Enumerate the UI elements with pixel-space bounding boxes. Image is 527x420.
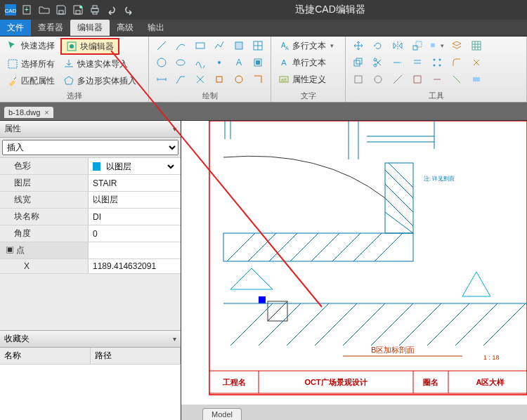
region-tool-icon[interactable]	[230, 38, 247, 53]
prop-row-angle[interactable]: 角度0	[0, 225, 181, 242]
stext-label: 单行文本	[292, 57, 326, 69]
model-tab[interactable]: Model	[202, 408, 242, 420]
layers-tool-icon[interactable]	[448, 38, 465, 53]
prop-row-color[interactable]: 色彩 以图层	[0, 158, 181, 175]
ellipse-tool-icon[interactable]	[173, 55, 190, 70]
circle-tool-icon[interactable]	[153, 55, 170, 70]
rotate-tool-icon[interactable]	[370, 38, 386, 53]
stext-icon: A	[278, 57, 289, 68]
svg-line-60	[389, 163, 413, 188]
line-tool-icon[interactable]	[153, 38, 170, 53]
poly-insert-button[interactable]: 多边形实体插入	[60, 73, 139, 88]
prop-row-lineweight[interactable]: 线宽以图层	[0, 192, 181, 209]
svg-rect-36	[354, 60, 360, 66]
insert-combo[interactable]: 插入	[0, 138, 181, 157]
t6-icon[interactable]	[448, 72, 465, 87]
saveas-icon[interactable]	[70, 2, 86, 18]
t4-icon[interactable]	[409, 72, 426, 87]
move-tool-icon[interactable]	[350, 38, 367, 53]
svg-line-62	[227, 233, 255, 261]
t5-icon[interactable]	[429, 72, 445, 87]
dropdown-tool-icon[interactable]: ▾	[429, 38, 445, 53]
quick-import-label: 快速实体导入	[77, 58, 128, 70]
titleblock-right-val: A区大样	[476, 378, 505, 386]
scale-tool-icon[interactable]	[409, 38, 426, 53]
text-tool-icon[interactable]: A	[230, 55, 247, 70]
array-tool-icon[interactable]	[429, 55, 445, 70]
svg-line-73	[268, 301, 287, 321]
tab-advanced[interactable]: 高级	[110, 20, 141, 36]
favorites-header[interactable]: 收藏夹▾	[0, 330, 181, 348]
select-all-button[interactable]: 选择所有	[4, 56, 58, 72]
chevron-down-icon[interactable]: ▾	[173, 335, 176, 343]
trim-tool-icon[interactable]	[370, 55, 386, 70]
tab-output[interactable]: 输出	[141, 20, 171, 36]
prop-row-blockname[interactable]: 块名称DI	[0, 209, 181, 225]
tab-editor[interactable]: 编辑器	[70, 20, 110, 36]
section-label: B区加标剖面	[371, 346, 415, 354]
tab-viewer[interactable]: 查看器	[31, 20, 70, 36]
menubar: 文件 查看器 编辑器 高级 输出	[0, 20, 527, 37]
file-tab[interactable]: b-18.dwg ×	[4, 107, 53, 118]
leader-tool-icon[interactable]	[173, 72, 190, 87]
polyline-tool-icon[interactable]	[212, 38, 228, 53]
spline-tool-icon[interactable]	[192, 55, 209, 70]
prop-row-layer[interactable]: 图层STAIR	[0, 175, 181, 192]
t3-icon[interactable]	[389, 72, 406, 87]
prop-row-x[interactable]: X1189.414632091	[0, 259, 181, 274]
favorites-col-name[interactable]: 名称	[0, 348, 91, 364]
offset-tool-icon[interactable]	[409, 55, 426, 70]
rect-tool-icon[interactable]	[192, 38, 209, 53]
grid-tool-icon[interactable]	[468, 38, 485, 53]
redo-icon[interactable]	[121, 2, 136, 18]
favorites-col-path[interactable]: 路径	[91, 348, 181, 364]
svg-line-83	[455, 303, 497, 346]
chevron-down-icon[interactable]: ▾	[173, 125, 176, 133]
new-file-icon[interactable]: +	[20, 2, 35, 18]
hatch-tool-icon[interactable]	[250, 38, 267, 53]
undo-icon[interactable]	[104, 2, 119, 18]
color-select[interactable]: 以图层	[103, 161, 176, 172]
svg-point-6	[79, 6, 82, 8]
t2-icon[interactable]	[370, 72, 386, 87]
svg-line-63	[248, 233, 276, 261]
quick-select-button[interactable]: 快速选择	[4, 38, 58, 53]
misc1-tool-icon[interactable]	[212, 72, 228, 87]
point-tool-icon[interactable]	[212, 55, 228, 70]
print-icon[interactable]	[87, 2, 103, 18]
mtext-button[interactable]: AA多行文本▾	[275, 38, 341, 53]
open-file-icon[interactable]	[37, 2, 52, 18]
dim2-tool-icon[interactable]	[192, 72, 209, 87]
group-label-text: 文字	[275, 91, 341, 102]
extend-tool-icon[interactable]	[389, 55, 406, 70]
match-props-button[interactable]: 匹配属性	[4, 73, 58, 88]
svg-line-77	[287, 303, 329, 346]
fillet-tool-icon[interactable]	[448, 55, 465, 70]
misc2-tool-icon[interactable]	[230, 72, 247, 87]
t7-icon[interactable]	[468, 72, 485, 87]
explode-tool-icon[interactable]	[468, 55, 485, 70]
save-icon[interactable]	[53, 2, 69, 18]
cad-logo-icon[interactable]: CAD	[3, 2, 18, 18]
mirror-tool-icon[interactable]	[389, 38, 406, 53]
stext-button[interactable]: A单行文本	[275, 55, 341, 70]
dim-tool-icon[interactable]	[153, 72, 170, 87]
quick-import-button[interactable]: 快速实体导入	[60, 56, 131, 72]
tab-file[interactable]: 文件	[0, 20, 31, 36]
block-editor-button[interactable]: 块编辑器	[60, 38, 119, 55]
copy-tool-icon[interactable]	[350, 55, 367, 70]
misc3-tool-icon[interactable]	[250, 72, 267, 87]
svg-rect-33	[416, 41, 422, 47]
drawing-canvas[interactable]: 注: 详见剖面	[181, 121, 527, 405]
attdef-button[interactable]: att属性定义	[275, 72, 341, 87]
insert-select[interactable]: 插入	[2, 140, 178, 155]
svg-rect-32	[413, 46, 417, 50]
t1-icon[interactable]	[350, 72, 367, 87]
close-icon[interactable]: ×	[44, 108, 48, 117]
arc-tool-icon[interactable]	[173, 38, 190, 53]
favorites-body	[0, 365, 181, 421]
prop-group-point[interactable]: ▣ 点	[0, 242, 181, 259]
block-tool-icon[interactable]	[250, 55, 267, 70]
svg-rect-7	[91, 8, 98, 12]
selection-grip[interactable]	[259, 296, 266, 303]
